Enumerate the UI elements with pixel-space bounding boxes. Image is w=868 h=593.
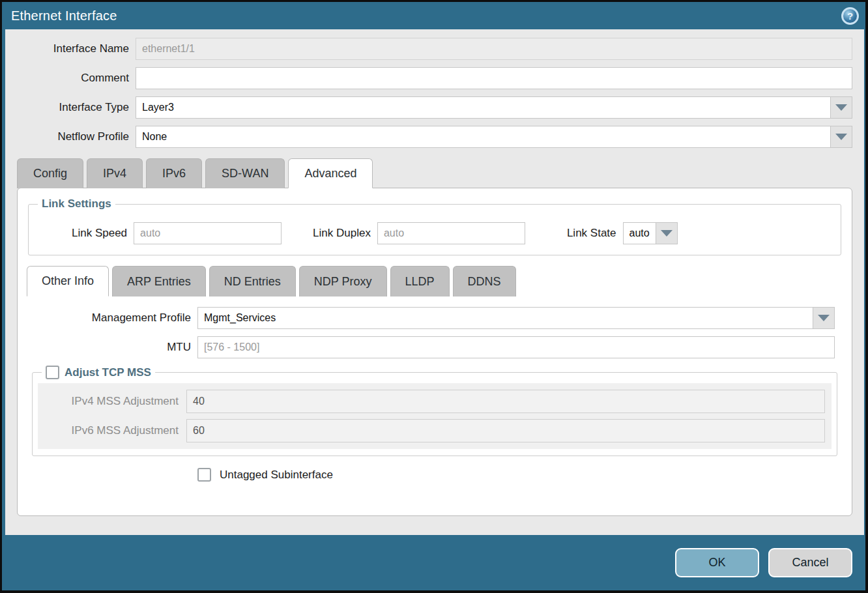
ethernet-interface-dialog: Ethernet Interface ? Interface Name Comm… bbox=[2, 2, 865, 590]
link-speed-field[interactable] bbox=[134, 222, 282, 244]
management-profile-value: Mgmt_Services bbox=[197, 307, 813, 329]
dialog-footer: OK Cancel bbox=[2, 535, 865, 590]
interface-name-field bbox=[136, 38, 852, 60]
tab-ipv4[interactable]: IPv4 bbox=[87, 158, 143, 188]
dialog-title: Ethernet Interface bbox=[11, 8, 117, 23]
netflow-profile-select[interactable]: None bbox=[136, 126, 852, 148]
cancel-button[interactable]: Cancel bbox=[768, 548, 852, 577]
ipv6-mss-row: IPv6 MSS Adjustment bbox=[44, 419, 825, 442]
dialog-body: Interface Name Comment Interface Type La… bbox=[5, 29, 864, 535]
ipv4-mss-label: IPv4 MSS Adjustment bbox=[44, 395, 186, 408]
link-settings-fieldset: Link Settings Link Speed Link Duplex Lin… bbox=[28, 197, 841, 255]
link-settings-legend-text: Link Settings bbox=[42, 197, 111, 210]
adjust-tcp-mss-fieldset: Adjust TCP MSS IPv4 MSS Adjustment IPv6 … bbox=[32, 366, 837, 456]
link-state-dropdown-button[interactable] bbox=[656, 222, 678, 244]
comment-label: Comment bbox=[5, 72, 136, 85]
help-icon[interactable]: ? bbox=[841, 7, 859, 25]
adjust-tcp-mss-checkbox[interactable] bbox=[46, 366, 59, 379]
link-state-value: auto bbox=[623, 222, 656, 244]
tab-arp-entries[interactable]: ARP Entries bbox=[112, 266, 206, 296]
ipv4-mss-field bbox=[186, 390, 825, 413]
netflow-profile-row: Netflow Profile None bbox=[5, 126, 852, 148]
management-profile-label: Management Profile bbox=[27, 311, 197, 325]
tab-advanced[interactable]: Advanced bbox=[288, 158, 373, 188]
management-profile-select[interactable]: Mgmt_Services bbox=[197, 307, 835, 329]
ipv6-mss-label: IPv6 MSS Adjustment bbox=[44, 424, 186, 437]
interface-name-label: Interface Name bbox=[5, 42, 136, 55]
mtu-field[interactable] bbox=[197, 336, 835, 358]
tab-sdwan[interactable]: SD-WAN bbox=[205, 158, 285, 188]
ok-button[interactable]: OK bbox=[675, 548, 759, 577]
tab-ndp-proxy[interactable]: NDP Proxy bbox=[299, 266, 387, 296]
chevron-down-icon bbox=[835, 134, 847, 140]
link-state-label: Link State bbox=[567, 227, 623, 240]
untagged-subinterface-checkbox[interactable] bbox=[197, 468, 211, 482]
chevron-down-icon bbox=[835, 104, 847, 111]
chevron-down-icon bbox=[818, 315, 830, 321]
interface-type-label: Interface Type bbox=[5, 101, 136, 114]
netflow-profile-label: Netflow Profile bbox=[5, 130, 136, 143]
management-profile-dropdown-button[interactable] bbox=[813, 307, 835, 329]
link-duplex-field[interactable] bbox=[377, 222, 525, 244]
tab-nd-entries[interactable]: ND Entries bbox=[209, 266, 296, 296]
comment-field[interactable] bbox=[136, 67, 852, 89]
adjust-tcp-mss-legend: Adjust TCP MSS bbox=[42, 366, 155, 379]
tab-lldp[interactable]: LLDP bbox=[390, 266, 450, 296]
adjust-tcp-mss-legend-text: Adjust TCP MSS bbox=[65, 366, 151, 379]
mtu-label: MTU bbox=[27, 341, 197, 354]
netflow-profile-value: None bbox=[136, 126, 831, 148]
link-duplex-label: Link Duplex bbox=[313, 227, 377, 240]
chevron-down-icon bbox=[661, 230, 673, 237]
interface-type-select[interactable]: Layer3 bbox=[136, 96, 852, 119]
inner-tab-strip: Other Info ARP Entries ND Entries NDP Pr… bbox=[27, 266, 843, 296]
link-speed-label: Link Speed bbox=[72, 227, 134, 240]
link-settings-fields: Link Speed Link Duplex Link State auto bbox=[34, 222, 835, 244]
tab-ipv6[interactable]: IPv6 bbox=[146, 158, 202, 188]
interface-name-row: Interface Name bbox=[5, 38, 852, 60]
titlebar: Ethernet Interface ? bbox=[2, 2, 865, 29]
tab-other-info[interactable]: Other Info bbox=[27, 266, 109, 296]
management-profile-row: Management Profile Mgmt_Services bbox=[27, 307, 835, 329]
advanced-tab-panel: Link Settings Link Speed Link Duplex Lin… bbox=[17, 188, 852, 516]
ipv6-mss-field bbox=[186, 419, 825, 442]
other-info-content: Management Profile Mgmt_Services MTU bbox=[27, 296, 843, 482]
link-settings-legend: Link Settings bbox=[38, 197, 115, 210]
link-state-select[interactable]: auto bbox=[623, 222, 678, 244]
mss-disabled-block: IPv4 MSS Adjustment IPv6 MSS Adjustment bbox=[38, 383, 832, 449]
comment-row: Comment bbox=[5, 67, 852, 89]
tab-config[interactable]: Config bbox=[17, 158, 83, 188]
untagged-subinterface-label: Untagged Subinterface bbox=[220, 469, 333, 482]
question-mark-glyph: ? bbox=[847, 10, 853, 22]
netflow-profile-dropdown-button[interactable] bbox=[831, 126, 852, 148]
interface-type-row: Interface Type Layer3 bbox=[5, 96, 852, 119]
tab-ddns[interactable]: DDNS bbox=[453, 266, 516, 296]
mtu-row: MTU bbox=[27, 336, 835, 358]
main-tab-strip: Config IPv4 IPv6 SD-WAN Advanced bbox=[17, 158, 864, 188]
untagged-subinterface-row: Untagged Subinterface bbox=[197, 468, 843, 482]
ipv4-mss-row: IPv4 MSS Adjustment bbox=[44, 390, 825, 413]
interface-type-dropdown-button[interactable] bbox=[831, 96, 852, 119]
interface-type-value: Layer3 bbox=[136, 96, 831, 119]
